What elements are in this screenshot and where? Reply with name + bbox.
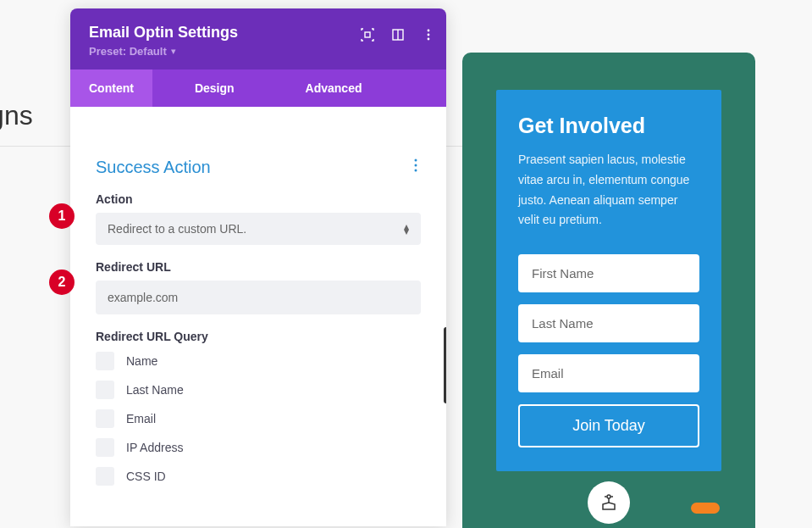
svg-point-9: [607, 495, 610, 498]
checkbox-cssid[interactable]: [96, 467, 114, 486]
panel-header: Email Optin Settings Preset: Default ▾: [70, 8, 446, 69]
field-action-label: Action: [96, 192, 421, 206]
svg-point-8: [415, 170, 417, 172]
query-option-name: Name: [96, 352, 421, 370]
svg-point-5: [428, 38, 430, 41]
select-caret-icon: ▴▾: [404, 224, 409, 234]
column-icon[interactable]: [390, 27, 406, 42]
preset-selector[interactable]: Preset: Default ▾: [89, 45, 429, 58]
page-heading-fragment: igns: [0, 100, 33, 131]
tab-design[interactable]: Design: [176, 69, 253, 107]
panel-header-actions: [360, 27, 436, 42]
query-options: Name Last Name Email IP Address CSS ID: [70, 352, 446, 486]
section-title: Success Action: [96, 158, 211, 177]
orange-pill[interactable]: [691, 503, 720, 514]
field-query: Redirect URL Query: [70, 330, 446, 343]
last-name-input[interactable]: Last Name: [518, 304, 699, 342]
optin-title: Get Involved: [518, 114, 699, 138]
svg-rect-0: [365, 32, 370, 37]
action-select[interactable]: Redirect to a custom URL. ▴▾: [96, 213, 421, 245]
optin-card: Get Involved Praesent sapien lacus, mole…: [496, 90, 721, 471]
redirect-url-value: example.com: [108, 291, 178, 304]
expand-icon[interactable]: [360, 27, 375, 42]
svg-point-4: [428, 34, 430, 36]
scrollbar[interactable]: [444, 327, 446, 403]
module-icon[interactable]: [588, 481, 630, 524]
tab-advanced[interactable]: Advanced: [287, 69, 381, 107]
svg-point-6: [415, 159, 417, 162]
checkbox-label: CSS ID: [126, 470, 166, 483]
preview-pane: Get Involved Praesent sapien lacus, mole…: [462, 53, 755, 528]
tab-content[interactable]: Content: [70, 69, 152, 107]
callout-1: 1: [49, 203, 75, 229]
query-option-cssid: CSS ID: [96, 467, 421, 486]
tabs: Content Design Advanced: [70, 69, 446, 107]
svg-point-3: [428, 30, 430, 32]
settings-panel: Email Optin Settings Preset: Default ▾ C…: [70, 8, 446, 526]
field-redirect-url: Redirect URL example.com: [70, 260, 446, 314]
query-option-email: Email: [96, 409, 421, 428]
email-input[interactable]: Email: [518, 354, 699, 392]
preset-label: Preset: Default: [89, 45, 167, 58]
section-header: Success Action: [70, 141, 446, 192]
checkbox-name[interactable]: [96, 352, 114, 370]
checkbox-label: IP Address: [126, 441, 183, 454]
checkbox-label: Last Name: [126, 383, 184, 397]
query-option-ip: IP Address: [96, 438, 421, 457]
checkbox-label: Email: [126, 412, 156, 425]
section-menu-icon[interactable]: [414, 158, 421, 176]
checkbox-lastname[interactable]: [96, 381, 114, 399]
checkbox-ip[interactable]: [96, 438, 114, 457]
query-label: Redirect URL Query: [96, 330, 421, 343]
query-option-lastname: Last Name: [96, 381, 421, 399]
checkbox-label: Name: [126, 354, 157, 368]
action-select-value: Redirect to a custom URL.: [108, 222, 246, 236]
panel-body: Success Action Action Redirect to a cust…: [70, 107, 446, 526]
first-name-input[interactable]: First Name: [518, 254, 699, 292]
redirect-url-label: Redirect URL: [96, 260, 421, 274]
field-action: Action Redirect to a custom URL. ▴▾: [70, 192, 446, 245]
caret-down-icon: ▾: [171, 46, 176, 57]
submit-button[interactable]: Join Today: [518, 404, 699, 447]
svg-point-7: [415, 164, 417, 167]
optin-description: Praesent sapien lacus, molestie vitae ar…: [518, 150, 699, 231]
redirect-url-input[interactable]: example.com: [96, 281, 421, 314]
checkbox-email[interactable]: [96, 409, 114, 428]
callout-2: 2: [49, 270, 75, 295]
more-vertical-icon[interactable]: [421, 27, 436, 42]
